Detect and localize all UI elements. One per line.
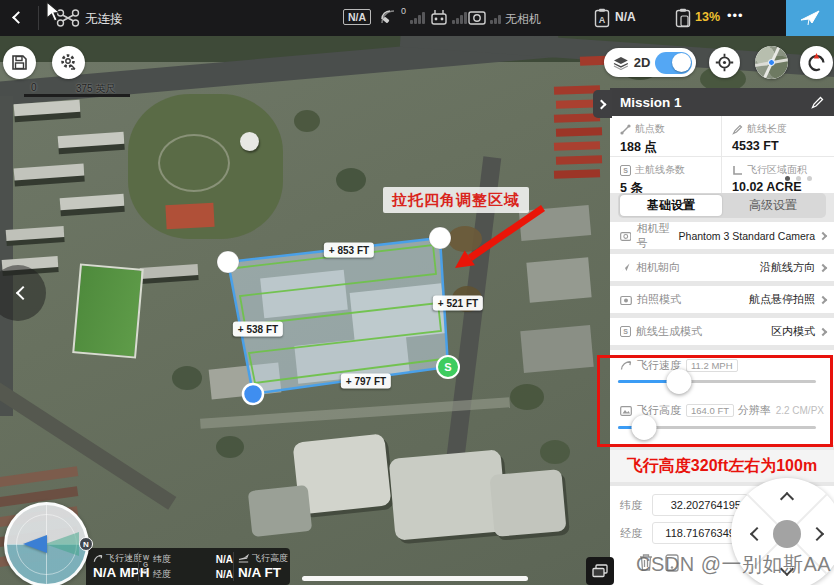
locate-me-button[interactable] bbox=[709, 47, 740, 78]
stats-page-dots[interactable] bbox=[785, 176, 812, 181]
map-feature bbox=[448, 226, 482, 252]
map-feature bbox=[540, 440, 570, 464]
route-mode-icon: S bbox=[620, 326, 631, 337]
aircraft-battery-icon: A bbox=[594, 8, 610, 28]
dpad-left-button[interactable] bbox=[750, 527, 764, 541]
map-feature bbox=[72, 263, 144, 358]
corner-handle-top-right[interactable] bbox=[429, 227, 451, 249]
dpad-up-button[interactable] bbox=[780, 492, 794, 506]
compass-north-button[interactable] bbox=[800, 46, 833, 79]
row-camera-orientation[interactable]: 相机朝向 沿航线方向 bbox=[610, 254, 834, 281]
save-icon bbox=[11, 54, 28, 71]
drone-mission-planner-app: S + 853 FT + 521 FT + 538 FT + 797 FT 拉托… bbox=[0, 0, 834, 585]
edit-mission-icon[interactable] bbox=[811, 96, 824, 109]
map-feature bbox=[554, 169, 600, 179]
map-feature bbox=[526, 257, 591, 302]
map-feature bbox=[240, 132, 259, 151]
compass-icon bbox=[806, 52, 827, 73]
row-camera-model[interactable]: 相机型号 Phantom 3 Standard Camera bbox=[610, 222, 834, 249]
row-photo-mode[interactable]: 拍照模式 航点悬停拍照 bbox=[610, 286, 834, 313]
route-length-icon bbox=[732, 124, 743, 135]
save-mission-button[interactable] bbox=[3, 46, 36, 79]
divider bbox=[38, 6, 39, 30]
more-menu-button[interactable]: ••• bbox=[727, 8, 744, 23]
stat-route-length: 航线长度 4533 FT bbox=[722, 116, 834, 157]
map-feature bbox=[6, 226, 65, 241]
speed-slider-knob[interactable] bbox=[667, 369, 692, 394]
gallery-button[interactable] bbox=[586, 557, 614, 585]
row-route-generation-mode[interactable]: S 航线生成模式 区内模式 bbox=[610, 318, 834, 345]
map-feature bbox=[158, 134, 230, 192]
route-lines-icon: S bbox=[620, 165, 631, 176]
altitude-slider[interactable] bbox=[618, 426, 816, 429]
corner-handle-bottom-left[interactable] bbox=[243, 384, 263, 404]
dpad-right-button[interactable] bbox=[810, 527, 824, 541]
tab-advanced-settings[interactable]: 高级设置 bbox=[722, 195, 824, 216]
area-ruler-icon bbox=[732, 165, 743, 176]
map-feature bbox=[0, 96, 13, 416]
stat-waypoints: 航点数 188 点 bbox=[610, 116, 722, 157]
airplane-icon bbox=[799, 7, 821, 29]
chevron-right-icon bbox=[819, 327, 827, 335]
device-battery-percent: 13% bbox=[695, 10, 720, 24]
remote-controller-icon bbox=[430, 9, 448, 26]
altitude-slider-knob[interactable] bbox=[631, 415, 656, 440]
takeoff-button[interactable] bbox=[786, 0, 834, 36]
chevron-left-icon bbox=[16, 286, 30, 300]
status-bar: 无连接 N/A 0 无相机 A bbox=[0, 0, 834, 36]
altitude-note: 飞行高度320ft左右为100m bbox=[610, 450, 834, 482]
map-feature bbox=[489, 469, 566, 537]
wgs-label: WGS bbox=[143, 555, 149, 575]
gear-edit-icon bbox=[59, 53, 78, 72]
telemetry-speed: 飞行速度 N/A MPH bbox=[93, 552, 150, 580]
windows-icon bbox=[592, 564, 608, 578]
camera-signal-icon bbox=[468, 10, 486, 25]
mission-settings-button[interactable] bbox=[52, 46, 85, 79]
flight-mode-badge: N/A bbox=[343, 9, 371, 25]
back-button[interactable] bbox=[12, 11, 25, 24]
speed-icon bbox=[620, 360, 632, 371]
layers-icon bbox=[613, 56, 629, 70]
dpad-center-button[interactable] bbox=[773, 520, 801, 548]
panel-collapse-button[interactable] bbox=[593, 90, 612, 118]
route-start-marker[interactable] bbox=[437, 356, 459, 378]
camera-bars-icon bbox=[490, 12, 501, 24]
mouse-cursor bbox=[46, 1, 63, 23]
corner-handle-top-left[interactable] bbox=[217, 251, 239, 273]
speed-slider[interactable] bbox=[618, 380, 816, 383]
edge-distance-top: + 853 FT bbox=[324, 243, 374, 258]
map-feature bbox=[0, 466, 78, 488]
map-mode-control: 2D bbox=[604, 48, 696, 77]
aircraft-battery-status: N/A bbox=[615, 10, 636, 24]
altitude-takeoff-icon bbox=[238, 554, 249, 563]
aircraft-heading-arrow bbox=[23, 535, 47, 553]
map-feature bbox=[336, 168, 366, 192]
watermark: CSDN @一别如斯AA bbox=[636, 551, 831, 578]
map-feature bbox=[556, 127, 602, 137]
divider bbox=[138, 552, 139, 581]
telemetry-altitude: 飞行高度 N/A FT bbox=[238, 552, 288, 580]
edge-distance-bottom: + 797 FT bbox=[341, 374, 391, 389]
map-feature bbox=[350, 283, 447, 342]
altitude-value[interactable]: 164.0 FT bbox=[686, 404, 734, 417]
minimap-button[interactable] bbox=[755, 46, 788, 79]
attitude-compass: N bbox=[4, 502, 89, 585]
latitude-input[interactable] bbox=[652, 494, 748, 516]
map-feature bbox=[554, 141, 600, 151]
map-feature bbox=[389, 449, 508, 540]
home-indicator[interactable] bbox=[302, 576, 528, 581]
resolution-value: 2.2 CM/PX bbox=[776, 405, 824, 416]
map-feature bbox=[58, 132, 125, 149]
longitude-row: 经度 bbox=[620, 522, 748, 544]
satellite-icon bbox=[379, 9, 398, 27]
tab-basic-settings[interactable]: 基础设置 bbox=[620, 195, 722, 216]
stat-main-lines: S主航线条数 5 条 bbox=[610, 157, 722, 197]
latitude-row: 纬度 bbox=[620, 494, 748, 516]
connection-status: 无连接 bbox=[85, 11, 123, 28]
map-feature bbox=[60, 194, 125, 210]
mission-stats: 航点数 188 点 航线长度 4533 FT S主航线条数 5 条 bbox=[610, 116, 834, 193]
map-feature bbox=[556, 155, 602, 165]
map-feature bbox=[248, 485, 312, 537]
map-2d-toggle[interactable] bbox=[655, 52, 692, 74]
speed-value[interactable]: 11.2 MPH bbox=[686, 359, 738, 372]
